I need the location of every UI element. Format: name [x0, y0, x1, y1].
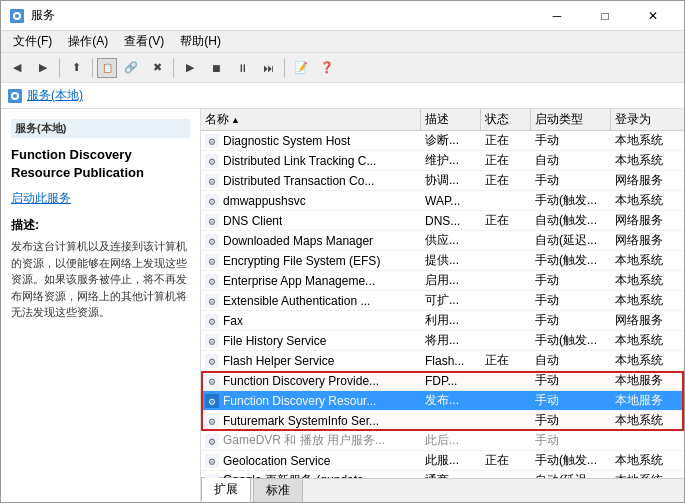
- toolbar-sep-1: [59, 58, 60, 78]
- svg-text:⚙: ⚙: [208, 356, 216, 366]
- table-row[interactable]: ⚙Downloaded Maps Manager供应...自动(延迟...网络服…: [201, 231, 684, 251]
- table-row[interactable]: ⚙Diagnostic System Host诊断...正在手动本地系统: [201, 131, 684, 151]
- table-header: 名称 ▲ 描述 状态 启动类型 登录为: [201, 109, 684, 131]
- disconnect-button[interactable]: ✖: [145, 56, 169, 80]
- service-icon: ⚙: [205, 214, 219, 228]
- table-row[interactable]: ⚙Flash Helper ServiceFlash...正在自动本地系统: [201, 351, 684, 371]
- connect-button[interactable]: 🔗: [119, 56, 143, 80]
- table-row[interactable]: ⚙Geolocation Service此服...正在手动(触发...本地系统: [201, 451, 684, 471]
- title-buttons: ─ □ ✕: [534, 1, 676, 31]
- main-content: 服务(本地) Function Discovery Resource Publi…: [1, 109, 684, 502]
- svg-text:⚙: ⚙: [208, 416, 216, 426]
- title-bar: 服务 ─ □ ✕: [1, 1, 684, 31]
- svg-text:⚙: ⚙: [208, 196, 216, 206]
- service-icon: ⚙: [205, 194, 219, 208]
- svg-text:⚙: ⚙: [208, 296, 216, 306]
- service-icon: ⚙: [205, 294, 219, 308]
- pause-button[interactable]: ⏸: [230, 56, 254, 80]
- service-icon: ⚙: [205, 154, 219, 168]
- menu-action[interactable]: 操作(A): [60, 31, 116, 52]
- table-body[interactable]: ⚙Diagnostic Policy Service诊断...正在自动本地服务⚙…: [201, 131, 684, 478]
- service-icon: ⚙: [205, 454, 219, 468]
- svg-text:⚙: ⚙: [208, 316, 216, 326]
- service-icon: ⚙: [205, 434, 219, 448]
- window-title: 服务: [31, 7, 55, 24]
- toolbar-sep-4: [284, 58, 285, 78]
- table-row[interactable]: ⚙Futuremark SystemInfo Ser...手动本地系统: [201, 411, 684, 431]
- header-name[interactable]: 名称 ▲: [201, 109, 421, 130]
- maximize-button[interactable]: □: [582, 1, 628, 31]
- svg-point-2: [15, 14, 19, 18]
- service-description: 发布这台计算机以及连接到该计算机的资源，以便能够在网络上发现这些资源。如果该服务…: [11, 238, 190, 321]
- toolbar-sep-3: [173, 58, 174, 78]
- bottom-tabs: 扩展 标准: [201, 478, 684, 502]
- back-button[interactable]: ◀: [5, 56, 29, 80]
- right-panel: 名称 ▲ 描述 状态 启动类型 登录为 ⚙Diagnostic Policy S…: [201, 109, 684, 502]
- svg-text:⚙: ⚙: [208, 176, 216, 186]
- menu-file[interactable]: 文件(F): [5, 31, 60, 52]
- menu-help[interactable]: 帮助(H): [172, 31, 229, 52]
- service-icon: ⚙: [205, 394, 219, 408]
- up-button[interactable]: ⬆: [64, 56, 88, 80]
- table-row[interactable]: ⚙Fax利用...手动网络服务: [201, 311, 684, 331]
- header-login[interactable]: 登录为: [611, 109, 684, 130]
- table-row[interactable]: ⚙dmwappushsvcWAP...手动(触发...本地系统: [201, 191, 684, 211]
- svg-text:⚙: ⚙: [208, 256, 216, 266]
- properties-button[interactable]: 📝: [289, 56, 313, 80]
- svg-text:⚙: ⚙: [208, 376, 216, 386]
- tab-extended[interactable]: 扩展: [201, 477, 251, 502]
- service-icon: ⚙: [205, 474, 219, 479]
- tab-standard[interactable]: 标准: [253, 478, 303, 502]
- service-icon: ⚙: [205, 254, 219, 268]
- breadcrumb[interactable]: 服务(本地): [27, 87, 83, 104]
- start-button[interactable]: ▶: [178, 56, 202, 80]
- service-icon: ⚙: [205, 234, 219, 248]
- close-button[interactable]: ✕: [630, 1, 676, 31]
- service-icon: ⚙: [205, 314, 219, 328]
- desc-title: 描述:: [11, 217, 190, 234]
- service-icon: ⚙: [205, 134, 219, 148]
- help-button[interactable]: ❓: [315, 56, 339, 80]
- service-icon: ⚙: [205, 274, 219, 288]
- sort-icon: ▲: [231, 115, 240, 125]
- left-panel: 服务(本地) Function Discovery Resource Publi…: [1, 109, 201, 502]
- svg-text:⚙: ⚙: [208, 156, 216, 166]
- menu-view[interactable]: 查看(V): [116, 31, 172, 52]
- svg-text:⚙: ⚙: [208, 456, 216, 466]
- restart-button[interactable]: ⏭: [256, 56, 280, 80]
- main-window: 服务 ─ □ ✕ 文件(F) 操作(A) 查看(V) 帮助(H) ◀ ▶ ⬆ 📋…: [0, 0, 685, 503]
- start-service-link[interactable]: 启动此服务: [11, 190, 190, 207]
- toolbar: ◀ ▶ ⬆ 📋 🔗 ✖ ▶ ⏹ ⏸ ⏭ 📝 ❓: [1, 53, 684, 83]
- table-row[interactable]: ⚙Function Discovery Resour...发布...手动本地服务: [201, 391, 684, 411]
- header-startup[interactable]: 启动类型: [531, 109, 611, 130]
- table-row[interactable]: ⚙File History Service将用...手动(触发...本地系统: [201, 331, 684, 351]
- breadcrumb-bar: 服务(本地): [1, 83, 684, 109]
- table-row[interactable]: ⚙GameDVR 和 播放 用户服务...此后...手动: [201, 431, 684, 451]
- service-icon: ⚙: [205, 334, 219, 348]
- svg-text:⚙: ⚙: [208, 396, 216, 406]
- header-desc[interactable]: 描述: [421, 109, 481, 130]
- selected-service-name: Function Discovery Resource Publication: [11, 146, 190, 182]
- table-row[interactable]: ⚙Function Discovery Provide...FDP...手动本地…: [201, 371, 684, 391]
- forward-button[interactable]: ▶: [31, 56, 55, 80]
- table-row[interactable]: ⚙Google 更新服务 (gupdate...通商...自动(延迟...本地系…: [201, 471, 684, 478]
- app-icon: [9, 8, 25, 24]
- table-row[interactable]: ⚙Enterprise App Manageme...启用...手动本地系统: [201, 271, 684, 291]
- table-row[interactable]: ⚙DNS ClientDNS...正在自动(触发...网络服务: [201, 211, 684, 231]
- table-row[interactable]: ⚙Extensible Authentication ...可扩...手动本地系…: [201, 291, 684, 311]
- service-icon: ⚙: [205, 414, 219, 428]
- menu-bar: 文件(F) 操作(A) 查看(V) 帮助(H): [1, 31, 684, 53]
- table-row[interactable]: ⚙Distributed Transaction Co...协调...正在手动网…: [201, 171, 684, 191]
- minimize-button[interactable]: ─: [534, 1, 580, 31]
- table-row[interactable]: ⚙Distributed Link Tracking C...维护...正在自动…: [201, 151, 684, 171]
- table-row[interactable]: ⚙Encrypting File System (EFS)提供...手动(触发.…: [201, 251, 684, 271]
- header-status[interactable]: 状态: [481, 109, 531, 130]
- stop-button[interactable]: ⏹: [204, 56, 228, 80]
- title-bar-left: 服务: [9, 7, 55, 24]
- svg-text:⚙: ⚙: [208, 336, 216, 346]
- breadcrumb-icon: [7, 88, 23, 104]
- toolbar-sep-2: [92, 58, 93, 78]
- svg-text:⚙: ⚙: [208, 276, 216, 286]
- service-icon: ⚙: [205, 374, 219, 388]
- show-hide-button[interactable]: 📋: [97, 58, 117, 78]
